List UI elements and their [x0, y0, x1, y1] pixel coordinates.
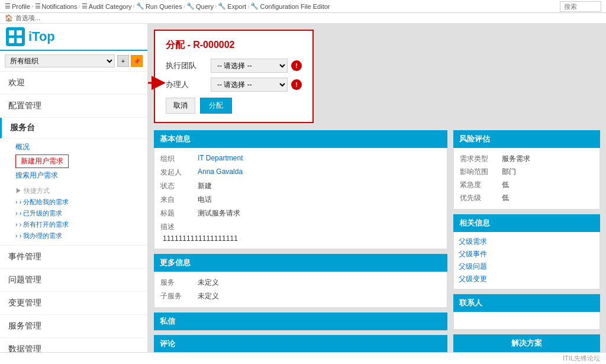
export-nav[interactable]: 🔧 Export [218, 2, 246, 10]
incident-label: 事件管理 [8, 252, 41, 261]
export-label[interactable]: Export [227, 3, 246, 10]
new-request-label: 新建用户需求 [21, 157, 63, 165]
sep1: › [31, 3, 33, 9]
list-icon: ☰ [5, 2, 11, 10]
related-item-3[interactable]: 父级变更 [459, 274, 595, 284]
related-label-2: 父级问题 [459, 262, 487, 270]
desc-value: 1111111111111111111 [160, 234, 441, 243]
sidebar-item-problem[interactable]: 问题管理 [0, 269, 147, 292]
risk-field-urgency: 紧急度 低 [460, 180, 594, 190]
field-title: 标题 测试服务请求 [160, 208, 441, 218]
exec-team-row: 执行团队 -- 请选择 -- ! [166, 59, 302, 73]
quick-link-3[interactable]: › 所有打开的需求 [11, 219, 147, 230]
assign-dialog: 分配 - R-000002 执行团队 -- 请选择 -- ! 办理人 -- 请选… [154, 30, 314, 123]
risk-priority-value: 低 [502, 193, 509, 203]
contact-section: 联系人 [453, 294, 600, 330]
sub-new-request[interactable]: 新建用户需求 [15, 154, 69, 168]
handler-select[interactable]: -- 请选择 -- [211, 78, 288, 92]
org-dropdown[interactable]: 所有组织 [5, 54, 115, 67]
cancel-button[interactable]: 取消 [166, 98, 195, 114]
field-source: 来自 电话 [160, 195, 441, 205]
exec-team-select[interactable]: -- 请选择 -- [211, 59, 288, 73]
logo-bar: iTop [0, 24, 147, 51]
overview-label: 概况 [15, 143, 30, 151]
welcome-label: 欢迎 [8, 78, 25, 87]
assign-button[interactable]: 分配 [200, 98, 232, 114]
assign-title: 分配 - R-000002 [166, 39, 302, 51]
exec-team-label: 执行团队 [166, 60, 207, 71]
subservice-value: 未定义 [198, 291, 219, 301]
comment-header[interactable]: 评论 [154, 335, 447, 352]
sidebar-item-change[interactable]: 变更管理 [0, 292, 147, 315]
audit-label[interactable]: Audit Category [89, 3, 132, 10]
itop-logo-svg [8, 30, 22, 44]
runqueries-nav[interactable]: 🔧 Run Queries [136, 2, 182, 10]
quick-link-2[interactable]: › 已升级的需求 [11, 208, 147, 219]
more-info-section: 更多信息 服务 未定义 子服务 未定义 [154, 254, 447, 308]
basic-info-header: 基本信息 [154, 130, 447, 148]
list-icon3: ☰ [82, 2, 88, 10]
quick-link-1[interactable]: › 分配给我的需求 [11, 197, 147, 208]
related-label-1: 父级事件 [459, 250, 487, 258]
sidebar-item-incident[interactable]: 事件管理 [0, 246, 147, 269]
quick-link-4[interactable]: › 我办理的需求 [11, 230, 147, 241]
quick-section-text: 快捷方式 [24, 187, 50, 194]
contact-body [453, 312, 600, 330]
field-initiator: 发起人 Anna Gavalda [160, 167, 441, 178]
chevron-right-icon: ▶ [15, 187, 22, 194]
audit-nav[interactable]: ☰ Audit Category [82, 2, 132, 10]
footer: ITIL先锋论坛 [0, 352, 606, 364]
handler-row: 办理人 -- 请选择 -- ! [166, 78, 302, 92]
search-input[interactable] [560, 1, 601, 12]
org-value[interactable]: IT Department [198, 154, 243, 164]
sub-search-request[interactable]: 搜索用户需求 [11, 169, 147, 182]
list-icon2: ☰ [35, 2, 41, 10]
org-add-icon[interactable]: + [117, 55, 129, 67]
sidebar-item-servicedesk[interactable]: 服务台 [0, 118, 147, 138]
sidebar-item-service[interactable]: 服务管理 [0, 315, 147, 338]
notifications-nav[interactable]: ☰ Notifications [35, 2, 78, 10]
query-nav[interactable]: 🔧 Query [186, 2, 214, 10]
related-item-0[interactable]: 父级需求 [459, 237, 595, 247]
handler-warning-icon: ! [291, 79, 302, 90]
field-service: 服务 未定义 [160, 278, 441, 288]
sidebar-item-data[interactable]: 数据管理 [0, 338, 147, 352]
problem-label: 问题管理 [8, 275, 41, 284]
risk-body: 需求类型 服务需求 影响范围 部门 紧急度 低 [453, 148, 600, 210]
query-label[interactable]: Query [196, 3, 214, 10]
config-nav[interactable]: 🔧 Configuration File Editor [250, 2, 330, 10]
related-item-2[interactable]: 父级问题 [459, 262, 595, 272]
svg-rect-2 [9, 38, 14, 43]
sub-overview[interactable]: 概况 [11, 141, 147, 153]
status-value: 新建 [198, 181, 212, 191]
related-item-1[interactable]: 父级事件 [459, 249, 595, 259]
related-section: 相关信息 父级需求 父级事件 父级问题 [453, 214, 600, 289]
sep3: › [133, 3, 135, 9]
solution-btn[interactable]: 解决方案 [453, 334, 600, 352]
sep5: › [215, 3, 217, 9]
field-desc: 描述 [160, 222, 441, 232]
profile-label[interactable]: Profile [12, 3, 30, 10]
sidebar-item-welcome[interactable]: 欢迎 [0, 72, 147, 95]
svg-rect-1 [17, 30, 22, 36]
profile-nav[interactable]: ☰ Profile [5, 2, 30, 10]
related-body: 父级需求 父级事件 父级问题 父级变更 [453, 232, 600, 289]
contact-header: 联系人 [453, 294, 600, 312]
sidebar-item-config[interactable]: 配置管理 [0, 95, 147, 118]
config-label[interactable]: Configuration File Editor [260, 3, 330, 10]
initiator-value[interactable]: Anna Gavalda [198, 167, 243, 178]
footer-text: ITIL先锋论坛 [563, 354, 600, 363]
notifications-label[interactable]: Notifications [42, 3, 78, 10]
breadcrumb-text[interactable]: 首选项... [15, 14, 40, 22]
risk-field-priority: 优先级 低 [460, 193, 594, 203]
service-value: 未定义 [198, 278, 219, 288]
basic-info-body: 组织 IT Department 发起人 Anna Gavalda 状态 新建 [154, 148, 447, 249]
field-subservice: 子服务 未定义 [160, 291, 441, 301]
org-pin-icon[interactable]: 📌 [131, 55, 143, 67]
handler-label: 办理人 [166, 79, 207, 90]
svg-rect-3 [17, 38, 22, 43]
private-header[interactable]: 私信 [154, 313, 447, 330]
runqueries-label[interactable]: Run Queries [146, 3, 182, 10]
risk-section: 风险评估 需求类型 服务需求 影响范围 部门 紧急度 [453, 130, 600, 210]
sep4: › [183, 3, 185, 9]
